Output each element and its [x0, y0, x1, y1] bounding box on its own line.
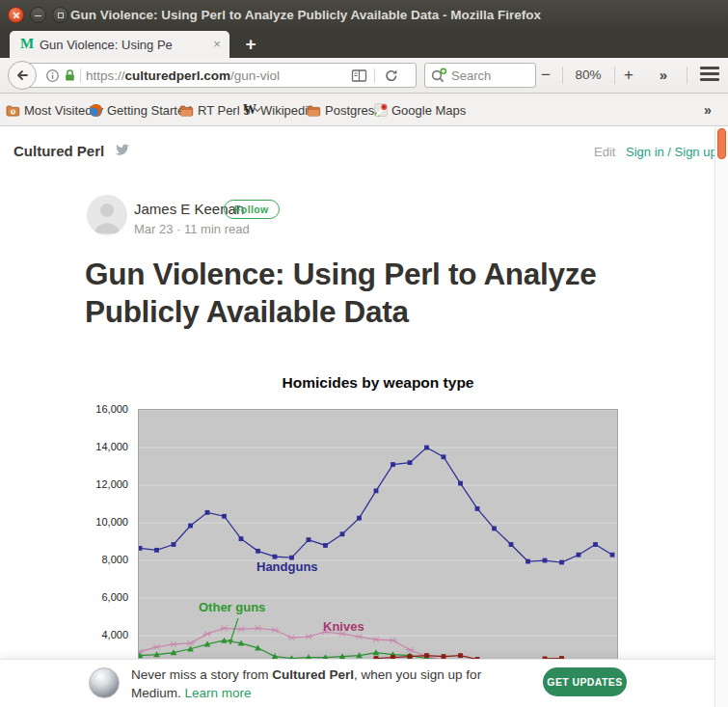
- bookmark-google-maps[interactable]: Google Maps: [374, 100, 466, 120]
- tab-label-fade: [179, 33, 208, 56]
- url-divider2: [374, 68, 375, 83]
- chart-title: Homicides by weapon type: [138, 374, 618, 392]
- series-label: Knives: [323, 619, 364, 634]
- y-axis-tick-label: 16,000: [95, 403, 128, 415]
- folder-icon: [179, 104, 194, 117]
- chart-svg: [139, 410, 617, 659]
- hamburger-icon: [700, 67, 719, 69]
- article-title: Gun Violence: Using Perl to Analyze Publ…: [85, 256, 654, 331]
- url-fade: [308, 66, 348, 86]
- series-label: Handguns: [256, 559, 318, 574]
- y-axis-tick-label: 8,000: [101, 554, 128, 565]
- author-meta: Mar 23 · 11 min read: [134, 222, 250, 236]
- browser-tab[interactable]: M Gun Violence: Using Pe ×: [10, 31, 229, 58]
- url-domain: culturedperl.com: [125, 68, 231, 83]
- page-scrollbar[interactable]: [715, 126, 728, 707]
- series-label: Other guns: [199, 600, 265, 614]
- bookmark-label: Most Visited: [24, 103, 93, 118]
- reading-list-icon[interactable]: [351, 68, 367, 87]
- person-icon: [87, 195, 127, 235]
- signin-link[interactable]: Sign in / Sign up: [626, 145, 717, 159]
- firefox-icon: [89, 103, 103, 118]
- maximize-icon: [58, 13, 64, 18]
- wikipedia-w-icon: W: [243, 102, 256, 118]
- chart-plot: HandgunsOther gunsKnives: [138, 409, 618, 659]
- firefox-window: Gun Violence: Using Perl to Analyze Publ…: [0, 0, 728, 707]
- bookmark-getting-started[interactable]: Getting Started: [89, 100, 191, 120]
- article-title-line2: Publicly Available Data: [85, 293, 654, 331]
- author-avatar[interactable]: [87, 195, 127, 235]
- zoom-out-button[interactable]: −: [534, 63, 557, 88]
- back-arrow-icon: [14, 68, 30, 83]
- new-tab-button[interactable]: +: [237, 33, 264, 56]
- scrollbar-thumb[interactable]: [717, 128, 726, 159]
- search-bar[interactable]: [424, 63, 536, 88]
- publication-avatar: [89, 667, 120, 698]
- https-lock-icon[interactable]: [63, 68, 77, 87]
- search-input[interactable]: [451, 67, 532, 84]
- zoom-in-button[interactable]: +: [617, 63, 640, 88]
- toolbar-divider: [562, 67, 563, 84]
- y-axis-tick-label: 6,000: [101, 591, 128, 603]
- tab-bar: M Gun Violence: Using Pe × +: [0, 31, 728, 58]
- back-button[interactable]: [8, 61, 37, 90]
- banner-line1: Never miss a story from Cultured Perl, w…: [131, 666, 481, 684]
- toolbar-overflow-button[interactable]: »: [650, 63, 677, 88]
- follow-button[interactable]: Follow: [224, 200, 280, 219]
- medium-logo-icon: M: [20, 36, 34, 52]
- window-close-button[interactable]: [8, 7, 24, 23]
- learn-more-link[interactable]: Learn more: [185, 686, 252, 700]
- article-title-line1: Gun Violence: Using Perl to Analyze: [85, 256, 654, 293]
- url-scheme: https://: [86, 68, 125, 83]
- y-axis-tick-label: 12,000: [95, 478, 128, 490]
- bookmark-label: Postgres: [325, 103, 374, 118]
- navigation-toolbar: https://culturedperl.com/gun-viol: [0, 58, 728, 94]
- page-content: Cultured Perl Edit Sign in / Sign up Jam…: [0, 126, 728, 659]
- site-name[interactable]: Cultured Perl: [13, 143, 104, 159]
- banner-text: Never miss a story from Cultured Perl, w…: [131, 666, 481, 702]
- folder-icon: [307, 104, 321, 117]
- window-title: Gun Violence: Using Perl to Analyze Publ…: [70, 0, 541, 31]
- tab-close-icon[interactable]: ×: [210, 37, 224, 51]
- twitter-icon[interactable]: [113, 141, 131, 161]
- subscribe-banner: Never miss a story from Cultured Perl, w…: [0, 659, 728, 707]
- y-axis-tick-label: 4,000: [101, 629, 128, 640]
- bookmarks-bar: Most Visited Getting Started RT Perl 5 W: [0, 94, 728, 126]
- url-divider: [80, 68, 81, 83]
- window-maximize-button[interactable]: [52, 7, 68, 23]
- bookmarks-overflow-button[interactable]: »: [704, 100, 712, 120]
- toolbar-divider2: [614, 67, 615, 84]
- url-bar[interactable]: https://culturedperl.com/gun-viol: [22, 63, 417, 88]
- minimize-icon: [35, 15, 41, 17]
- folder-icon: [6, 104, 20, 117]
- window-minimize-button[interactable]: [30, 7, 46, 23]
- google-maps-icon: [374, 103, 388, 117]
- banner-line2: Medium. Learn more: [131, 684, 481, 702]
- y-axis-tick-label: 10,000: [95, 516, 128, 528]
- zoom-level[interactable]: 80%: [565, 63, 611, 88]
- banner-publication: Cultured Perl: [272, 667, 354, 682]
- url-path: /gun-viol: [230, 68, 280, 83]
- menu-button[interactable]: [696, 65, 723, 86]
- reload-icon[interactable]: [384, 68, 399, 87]
- toolbar-divider3: [687, 67, 688, 84]
- y-axis-tick-label: 14,000: [95, 441, 128, 452]
- bookmark-wikipedia[interactable]: W Wikipedia: [243, 100, 314, 120]
- page-info-icon[interactable]: [45, 68, 60, 87]
- get-updates-button[interactable]: GET UPDATES: [543, 667, 627, 696]
- search-icon: [430, 68, 448, 85]
- window-titlebar[interactable]: Gun Violence: Using Perl to Analyze Publ…: [0, 0, 728, 31]
- chart-ylabels: 16,00014,00012,00010,0008,0006,0004,000: [85, 409, 133, 659]
- edit-link[interactable]: Edit: [594, 145, 615, 159]
- bookmark-label: Google Maps: [391, 103, 466, 118]
